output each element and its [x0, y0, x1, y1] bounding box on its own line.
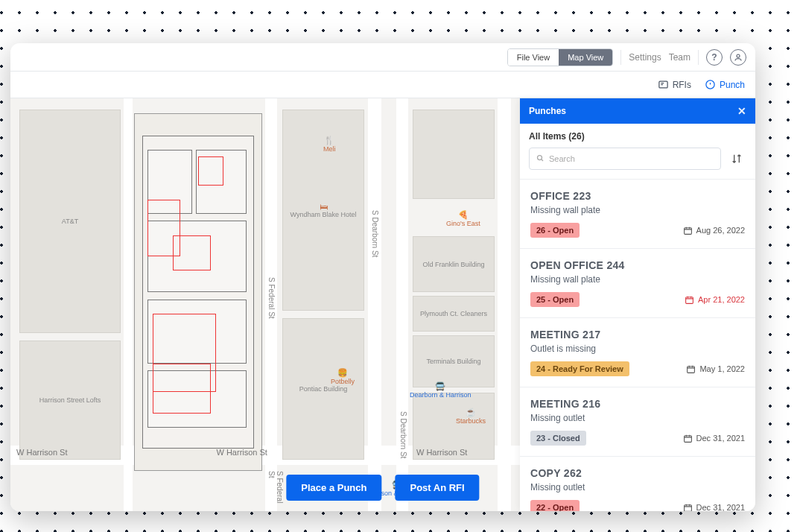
search-input[interactable] — [549, 154, 714, 163]
calendar-icon — [683, 226, 693, 235]
status-badge: 23 - Closed — [530, 431, 586, 446]
punch-title: MEETING 217 — [530, 329, 745, 341]
punch-description: Missing outlet — [530, 413, 745, 423]
punches-panel: Punches ✕ All Items (26) OFFICE 223Missi… — [520, 98, 755, 511]
calendar-icon — [683, 434, 693, 443]
settings-link[interactable]: Settings — [629, 52, 661, 63]
building-label: AT&T — [62, 218, 78, 225]
account-icon[interactable] — [730, 49, 746, 66]
punch-tab[interactable]: Punch — [705, 79, 745, 90]
panel-title: Punches — [529, 106, 566, 116]
punch-date: Apr 21, 2022 — [685, 295, 745, 305]
punch-item[interactable]: OPEN OFFICE 244Missing wall plate25 - Op… — [520, 249, 755, 318]
road-label-federal-2: S Federal St — [267, 471, 284, 511]
action-buttons: Place a Punch Post An RFI — [286, 475, 479, 501]
transit-icon: 🚍 — [410, 381, 472, 391]
punch-row: 24 - Ready For ReviewMay 1, 2022 — [530, 361, 745, 376]
subbar: RFIs Punch — [10, 72, 755, 98]
app-window: File View Map View Settings Team ? RFIs … — [10, 43, 755, 511]
poi-label: Potbelly — [331, 378, 355, 386]
svg-rect-8 — [684, 504, 691, 511]
poi-label: Meli — [323, 145, 336, 153]
rfis-tab[interactable]: RFIs — [658, 79, 691, 90]
building-label: Harrison Street Lofts — [39, 396, 101, 404]
panel-subheader: All Items (26) — [520, 124, 755, 142]
building-label: Plymouth Ct. Cleaners — [420, 310, 487, 317]
svg-point-3 — [538, 156, 542, 160]
sort-button[interactable] — [727, 148, 746, 170]
svg-rect-5 — [686, 297, 693, 303]
svg-rect-1 — [659, 81, 667, 88]
hotel-icon: 🛏 — [320, 202, 328, 211]
punch-description: Missing wall plate — [530, 205, 745, 215]
view-toggle: File View Map View — [507, 48, 614, 66]
building-label: Old Franklin Building — [422, 261, 484, 268]
building-label: Terminals Building — [426, 358, 480, 365]
post-rfi-button[interactable]: Post An RFI — [395, 475, 479, 501]
status-badge: 24 - Ready For Review — [530, 361, 629, 376]
restaurant-icon: 🍴 — [323, 136, 336, 145]
transit-dearborn-harrison: 🚍 Dearborn & Harrison — [410, 381, 472, 399]
poi-meli: 🍴 Meli — [323, 136, 336, 153]
svg-rect-6 — [688, 366, 695, 373]
help-icon[interactable]: ? — [706, 49, 723, 66]
road-label-federal: S Federal St — [267, 277, 276, 319]
team-link[interactable]: Team — [669, 52, 691, 63]
rfi-icon — [658, 79, 669, 90]
pizza-icon: 🍕 — [446, 210, 480, 220]
svg-point-0 — [737, 54, 740, 57]
poi-ginos: 🍕 Gino's East — [446, 210, 480, 228]
close-icon[interactable]: ✕ — [737, 105, 746, 117]
status-badge: 25 - Open — [530, 292, 580, 307]
punch-row: 22 - OpenDec 31, 2021 — [530, 500, 745, 511]
punch-item[interactable]: OFFICE 223Missing wall plate26 - OpenAug… — [520, 180, 755, 249]
panel-header: Punches ✕ — [520, 98, 755, 124]
punch-title: OPEN OFFICE 244 — [530, 259, 745, 271]
punch-title: MEETING 216 — [530, 398, 745, 410]
punch-title: COPY 262 — [530, 467, 745, 479]
status-badge: 26 - Open — [530, 223, 580, 238]
punch-row: 25 - OpenApr 21, 2022 — [530, 292, 745, 307]
building-plymouth: Plymouth Ct. Cleaners — [413, 296, 495, 332]
punch-date: Aug 26, 2022 — [683, 226, 745, 235]
calendar-icon — [685, 295, 694, 305]
building-harrison-lofts: Harrison Street Lofts — [19, 341, 121, 460]
punch-icon — [705, 79, 716, 90]
punch-item[interactable]: MEETING 217Outlet is missing24 - Ready F… — [520, 318, 755, 387]
punch-item[interactable]: MEETING 216Missing outlet23 - ClosedDec … — [520, 387, 755, 457]
file-view-button[interactable]: File View — [508, 49, 559, 66]
status-badge: 22 - Open — [530, 500, 580, 511]
building-att: AT&T — [19, 110, 121, 333]
street-label: W Harrison St — [16, 448, 67, 457]
map-view-button[interactable]: Map View — [559, 49, 612, 66]
svg-rect-7 — [684, 435, 691, 442]
topbar: File View Map View Settings Team ? — [10, 43, 755, 72]
punch-date: Dec 31, 2021 — [683, 434, 745, 443]
building-pontiac: Pontiac Building — [282, 318, 364, 460]
building-old-franklin: Old Franklin Building — [413, 236, 495, 292]
punch-item[interactable]: COPY 262Missing outlet22 - OpenDec 31, 2… — [520, 457, 755, 511]
building-label: Pontiac Building — [299, 385, 348, 393]
main-area: S Federal St S Federal St S Dearborn St … — [10, 98, 755, 511]
svg-rect-4 — [684, 227, 691, 234]
place-punch-button[interactable]: Place a Punch — [286, 475, 381, 501]
calendar-icon — [686, 364, 696, 374]
road-label-dearborn: S Dearborn St — [371, 210, 379, 257]
punch-title: OFFICE 223 — [530, 190, 745, 202]
floorplan-overlay[interactable] — [134, 113, 262, 471]
search-box[interactable] — [529, 148, 721, 170]
search-icon — [536, 152, 545, 165]
building-label: Wyndham Blake Hotel — [291, 211, 357, 218]
poi-starbucks: ☕ Starbucks — [456, 408, 486, 425]
transit-label: Dearborn & Harrison — [410, 391, 472, 399]
street-label: W Harrison St — [416, 448, 467, 457]
coffee-icon: ☕ — [456, 408, 486, 417]
building-block — [413, 110, 495, 199]
building-terminals: Terminals Building — [413, 335, 495, 387]
poi-potbelly: 🍔 Potbelly — [331, 368, 355, 386]
divider — [620, 50, 621, 65]
punch-row: 23 - ClosedDec 31, 2021 — [530, 431, 745, 446]
street-label: W Harrison St — [216, 448, 267, 457]
punch-list[interactable]: OFFICE 223Missing wall plate26 - OpenAug… — [520, 180, 755, 511]
poi-label: Gino's East — [446, 220, 480, 228]
